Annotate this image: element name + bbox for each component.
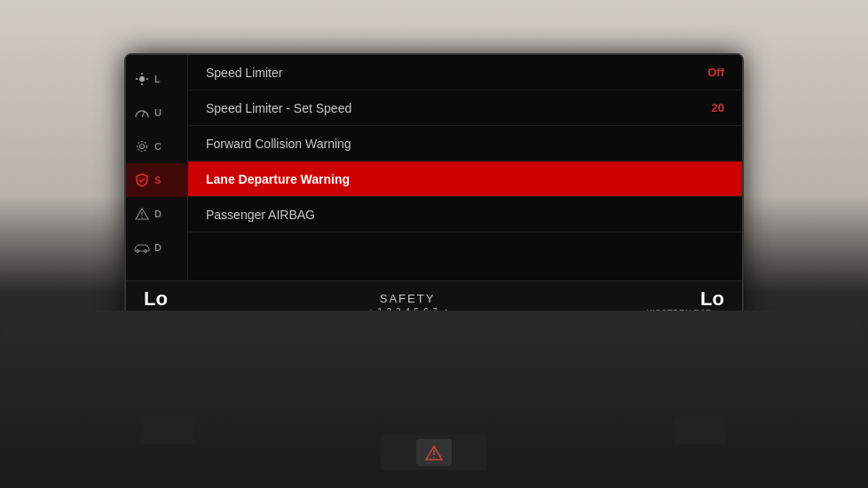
vent-right <box>673 417 726 444</box>
sidebar-letter-4: S <box>154 175 161 185</box>
shield-icon <box>133 171 151 189</box>
gauge-icon <box>133 104 151 122</box>
status-label: SAFETY <box>380 292 436 305</box>
sidebar-item-warning[interactable]: D <box>126 197 187 231</box>
car-frame: L U <box>0 0 868 488</box>
speed-limiter-label: Speed Limiter <box>206 66 707 80</box>
menu-item-speed-limiter-set[interactable]: Speed Limiter - Set Speed 20 <box>188 91 742 126</box>
settings-icon <box>133 138 151 155</box>
fcw-label: Forward Collision Warning <box>206 137 724 151</box>
ldw-label: Lane Departure Warning <box>206 172 724 186</box>
hazard-button[interactable] <box>416 439 452 466</box>
left-lo: Lo <box>144 289 168 309</box>
airbag-label: Passenger AIRBAG <box>206 208 724 222</box>
menu-area: Speed Limiter Off Speed Limiter - Set Sp… <box>188 55 742 280</box>
screen-bezel: L U <box>124 53 744 328</box>
sidebar-item-brightness[interactable]: L <box>126 62 187 96</box>
vent-left <box>142 417 195 444</box>
sidebar-item-settings[interactable]: C <box>126 130 187 163</box>
svg-point-0 <box>139 76 145 82</box>
sidebar-letter-1: L <box>154 74 161 84</box>
screen-content: L U <box>126 55 742 280</box>
dash-center-controls <box>381 435 487 470</box>
car-side-icon <box>133 239 151 256</box>
sidebar: L U <box>126 55 188 280</box>
svg-line-5 <box>142 111 145 117</box>
menu-item-airbag[interactable]: Passenger AIRBAG <box>188 197 742 232</box>
speed-limiter-set-label: Speed Limiter - Set Speed <box>206 101 712 115</box>
sidebar-item-safety[interactable]: S <box>126 163 187 197</box>
sidebar-letter-2: U <box>154 107 162 118</box>
sidebar-letter-3: C <box>154 141 162 152</box>
speed-limiter-value: Off <box>707 66 724 79</box>
speed-limiter-set-value: 20 <box>712 101 724 114</box>
sidebar-item-gauge[interactable]: U <box>126 96 187 130</box>
warning-triangle-icon <box>133 205 151 223</box>
svg-point-9 <box>141 216 143 218</box>
svg-point-7 <box>138 142 147 152</box>
menu-item-fcw[interactable]: Forward Collision Warning <box>188 126 742 161</box>
infotainment-screen: L U <box>126 55 742 327</box>
sidebar-letter-6: D <box>154 242 162 253</box>
menu-item-speed-limiter[interactable]: Speed Limiter Off <box>188 55 742 91</box>
menu-item-ldw[interactable]: Lane Departure Warning <box>188 161 742 197</box>
brightness-icon <box>133 70 151 88</box>
sidebar-item-car[interactable]: D <box>126 231 187 264</box>
svg-point-13 <box>433 457 435 459</box>
svg-point-6 <box>140 145 145 149</box>
dashboard <box>0 311 868 488</box>
sidebar-letter-5: D <box>154 209 162 219</box>
right-lo: Lo <box>700 289 724 309</box>
